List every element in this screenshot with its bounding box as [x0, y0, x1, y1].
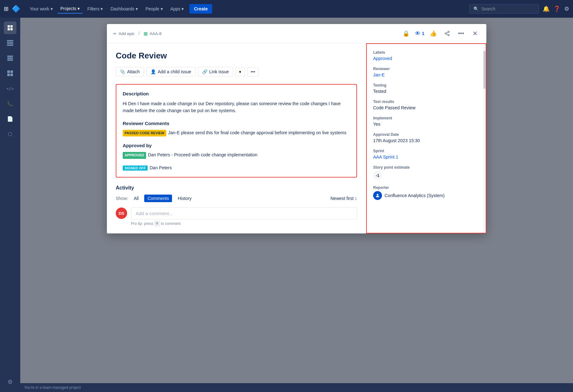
- testing-field: Testing Tested: [373, 83, 479, 94]
- main-area: ✏ Add epic / ▩ AAA-8 🔒 👁 1 👍: [20, 18, 573, 392]
- settings-icon[interactable]: ⚙: [564, 5, 569, 12]
- chevron-down-icon: ▾: [182, 6, 184, 11]
- reviewer-field: Reviewer Jan-E: [373, 67, 479, 77]
- nav-filters[interactable]: Filters ▾: [84, 4, 106, 13]
- show-history-button[interactable]: History: [175, 195, 195, 202]
- nav-your-work[interactable]: Your work ▾: [27, 4, 56, 13]
- chevron-down-icon: ▾: [239, 69, 241, 74]
- modal-left-panel: Code Review 📎 Attach 👤 Add a child issue: [107, 43, 366, 233]
- share-icon[interactable]: [442, 28, 452, 39]
- svg-rect-1: [10, 25, 13, 27]
- actions-dropdown-button[interactable]: ▾: [236, 67, 245, 76]
- reporter-row: Confluence Analytics (System): [373, 191, 479, 200]
- labels-field: Labels Approved: [373, 50, 479, 61]
- more-options-icon[interactable]: •••: [456, 28, 466, 39]
- bottom-bar: You're in a team-managed project: [20, 383, 573, 392]
- notifications-icon[interactable]: 🔔: [543, 5, 550, 12]
- svg-point-15: [448, 31, 449, 33]
- approved-by-title: Approved by: [123, 143, 350, 148]
- link-issue-button[interactable]: 🔗 Link issue: [198, 67, 233, 76]
- approval-date-label: Approval Date: [373, 132, 479, 137]
- scrollbar[interactable]: [483, 44, 486, 233]
- logo-icon[interactable]: 🔷: [12, 5, 20, 13]
- reporter-label: Reporter: [373, 185, 479, 190]
- create-button[interactable]: Create: [189, 4, 212, 14]
- svg-rect-3: [10, 28, 13, 30]
- approved-badge: APPROVED: [123, 152, 146, 159]
- svg-point-20: [377, 194, 378, 196]
- svg-rect-2: [8, 28, 10, 30]
- story-point-label: Story point estimate: [373, 165, 479, 170]
- reviewer-value[interactable]: Jan-E: [373, 72, 479, 77]
- breadcrumb-add-epic[interactable]: ✏ Add epic: [113, 31, 135, 36]
- nav-projects[interactable]: Projects ▾: [57, 4, 83, 14]
- thumbsup-icon[interactable]: 👍: [428, 28, 438, 39]
- attach-button[interactable]: 📎 Attach: [116, 67, 144, 76]
- signed-off-badge: SIGNED OFF: [123, 166, 148, 171]
- svg-rect-8: [7, 59, 13, 61]
- paperclip-icon: 📎: [120, 69, 125, 74]
- sprint-label: Sprint: [373, 149, 479, 153]
- reviewer-comment: PASSED CODE REVIEWJan-E please send this…: [123, 129, 350, 137]
- implement-label: Implement: [373, 116, 479, 120]
- sidebar-item-table[interactable]: [4, 67, 16, 80]
- description-section: Description Hi Den I have made a code ch…: [116, 84, 357, 178]
- add-child-issue-button[interactable]: 👤 Add a child issue: [146, 67, 195, 76]
- show-comments-button[interactable]: Comments: [144, 195, 172, 202]
- labels-value[interactable]: Approved: [373, 56, 479, 61]
- modal-right-panel: Labels Approved Reviewer Jan-E Testing T…: [366, 43, 486, 233]
- svg-point-16: [445, 33, 447, 34]
- sort-order-button[interactable]: Newest first ↕: [330, 196, 357, 201]
- nav-people[interactable]: People ▾: [142, 4, 166, 13]
- chevron-down-icon: ▾: [77, 6, 80, 11]
- jira-issue-icon: ▩: [144, 31, 148, 36]
- implement-field: Implement Yes: [373, 116, 479, 127]
- svg-rect-5: [7, 42, 13, 43]
- labels-label: Labels: [373, 50, 479, 55]
- eye-icon: 👁: [415, 30, 421, 37]
- more-actions-button[interactable]: •••: [247, 67, 259, 76]
- watch-button[interactable]: 👁 1: [415, 30, 424, 37]
- close-button[interactable]: ✕: [470, 28, 480, 39]
- description-text: Hi Den I have made a code change in our …: [123, 100, 350, 114]
- sidebar-item-settings[interactable]: ⚙: [4, 376, 16, 388]
- reviewer-comments-title: Reviewer Comments: [123, 121, 350, 126]
- signed-off-text: SIGNED OFFDan Peters: [123, 165, 350, 171]
- nav-apps[interactable]: Apps ▾: [167, 4, 187, 13]
- grid-icon[interactable]: ⊞: [4, 5, 9, 12]
- svg-rect-11: [7, 70, 10, 73]
- breadcrumb-separator: /: [139, 31, 140, 36]
- search-icon: 🔍: [473, 6, 479, 11]
- breadcrumb-issue-link[interactable]: ▩ AAA-8: [144, 31, 162, 36]
- svg-line-18: [446, 34, 448, 35]
- comment-input-row: DS Add a comment...: [116, 207, 357, 220]
- child-issue-icon: 👤: [151, 69, 156, 74]
- sidebar-item-phone[interactable]: 📞: [4, 97, 16, 110]
- nav-dashboards[interactable]: Dashboards ▾: [107, 4, 141, 13]
- sidebar-item-stack[interactable]: [4, 52, 16, 64]
- test-results-field: Test results Code Passed Review: [373, 100, 479, 110]
- sprint-value[interactable]: AAA Sprint 1: [373, 154, 479, 160]
- scrollbar-thumb[interactable]: [484, 51, 485, 89]
- top-navigation: ⊞ 🔷 Your work ▾ Projects ▾ Filters ▾ Das…: [0, 0, 573, 18]
- sidebar-item-document[interactable]: 📄: [4, 112, 16, 125]
- lock-icon[interactable]: 🔒: [401, 28, 411, 39]
- approved-text: APPROVEDDan Peters - Proceed with code c…: [123, 151, 350, 159]
- pencil-icon: ✏: [113, 31, 117, 36]
- link-icon: 🔗: [202, 69, 207, 74]
- show-all-button[interactable]: All: [131, 195, 142, 202]
- sidebar-item-component[interactable]: ⬡: [4, 128, 16, 140]
- comment-input[interactable]: Add a comment...: [131, 207, 357, 220]
- reporter-avatar: [373, 191, 382, 200]
- help-icon[interactable]: ❓: [553, 5, 560, 12]
- sprint-field: Sprint AAA Sprint 1: [373, 149, 479, 160]
- sidebar-item-home[interactable]: [4, 21, 16, 34]
- svg-point-17: [448, 34, 449, 36]
- svg-rect-12: [10, 70, 13, 73]
- search-input[interactable]: 🔍 Search: [469, 4, 539, 14]
- sidebar: </> 📞 📄 ⬡ ⚙: [0, 18, 20, 392]
- sidebar-item-board[interactable]: [4, 37, 16, 49]
- issue-modal: ✏ Add epic / ▩ AAA-8 🔒 👁 1 👍: [107, 24, 486, 233]
- sidebar-item-code[interactable]: </>: [4, 82, 16, 95]
- test-results-label: Test results: [373, 100, 479, 104]
